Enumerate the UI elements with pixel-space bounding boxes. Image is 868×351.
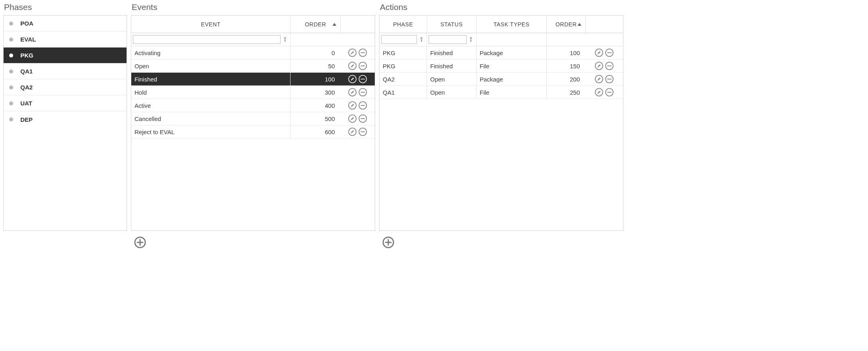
action-order-cell: 250 [546, 86, 585, 99]
phase-item[interactable]: UAT [4, 95, 127, 111]
remove-icon[interactable] [605, 61, 614, 71]
actions-header-types[interactable]: TASK TYPES [476, 16, 546, 33]
phase-label: DEP [20, 116, 33, 123]
events-header-order-label: ORDER [305, 21, 326, 28]
event-row[interactable]: Hold300 [131, 86, 375, 99]
event-row[interactable]: Active400 [131, 99, 375, 112]
action-row[interactable]: PKGFinishedPackage100 [380, 46, 623, 59]
event-actions-cell [340, 125, 375, 138]
events-add-button[interactable] [133, 236, 147, 249]
actions-title: Actions [380, 2, 623, 12]
edit-icon[interactable] [594, 48, 604, 58]
remove-icon[interactable] [358, 61, 368, 71]
event-order-cell: 50 [290, 59, 340, 72]
phase-label: PKG [20, 52, 34, 59]
filter-icon[interactable] [281, 36, 289, 44]
phase-item[interactable]: EVAL [4, 32, 127, 48]
event-order-cell: 400 [290, 99, 340, 112]
phase-label: POA [20, 20, 34, 27]
remove-icon[interactable] [358, 114, 368, 123]
event-row[interactable]: Reject to EVAL600 [131, 125, 375, 139]
event-order-cell: 0 [290, 46, 340, 59]
action-status-cell: Finished [427, 46, 476, 59]
events-filter-event-input[interactable] [133, 35, 281, 44]
actions-filter-row [380, 33, 623, 46]
events-filter-row [131, 33, 375, 46]
action-actions-cell [585, 46, 623, 59]
actions-header-status[interactable]: STATUS [427, 16, 476, 33]
action-row[interactable]: QA1OpenFile250 [380, 86, 623, 99]
event-name-cell: Activating [131, 46, 290, 59]
event-actions-cell [340, 73, 375, 85]
action-phase-cell: QA2 [380, 73, 427, 85]
actions-header-order[interactable]: ORDER [546, 16, 585, 33]
events-header-order[interactable]: ORDER [290, 16, 340, 33]
edit-icon[interactable] [348, 48, 357, 58]
remove-icon[interactable] [358, 74, 368, 84]
phase-item[interactable]: PKG [4, 48, 127, 63]
remove-icon[interactable] [358, 87, 368, 97]
event-order-cell: 600 [290, 125, 340, 138]
edit-icon[interactable] [348, 114, 357, 123]
action-row[interactable]: PKGFinishedFile150 [380, 59, 623, 73]
edit-icon[interactable] [348, 61, 357, 71]
events-section: Events EVENT ORDER [131, 2, 375, 250]
actions-section: Actions PHASE STATUS TASK TYPES ORDER [379, 2, 623, 250]
edit-icon[interactable] [348, 101, 357, 110]
phase-label: QA2 [20, 84, 33, 91]
edit-icon[interactable] [348, 127, 357, 137]
event-row[interactable]: Activating0 [131, 46, 375, 59]
edit-icon[interactable] [594, 87, 604, 97]
remove-icon[interactable] [605, 48, 614, 58]
action-types-cell: File [476, 59, 546, 72]
phase-item[interactable]: QA1 [4, 63, 127, 79]
event-row[interactable]: Open50 [131, 59, 375, 73]
event-actions-cell [340, 59, 375, 72]
actions-filter-phase-input[interactable] [381, 35, 417, 44]
actions-add-button[interactable] [382, 236, 395, 249]
event-actions-cell [340, 86, 375, 99]
event-order-cell: 300 [290, 86, 340, 99]
edit-icon[interactable] [348, 87, 357, 97]
status-dot-icon [9, 101, 13, 105]
remove-icon[interactable] [605, 74, 614, 84]
actions-header-actions [585, 16, 623, 33]
remove-icon[interactable] [358, 127, 368, 137]
event-row[interactable]: Finished100 [131, 73, 375, 86]
status-dot-icon [9, 85, 13, 89]
event-name-cell: Active [131, 99, 290, 112]
phase-item[interactable]: QA2 [4, 79, 127, 95]
action-types-cell: File [476, 86, 546, 99]
filter-icon[interactable] [418, 36, 425, 44]
events-header-event[interactable]: EVENT [131, 16, 290, 33]
remove-icon[interactable] [605, 87, 614, 97]
action-phase-cell: QA1 [380, 86, 427, 99]
actions-filter-status-input[interactable] [429, 35, 467, 44]
action-order-cell: 100 [546, 46, 585, 59]
action-phase-cell: PKG [380, 46, 427, 59]
event-name-cell: Hold [131, 86, 290, 99]
edit-icon[interactable] [594, 61, 604, 71]
phase-label: QA1 [20, 68, 33, 75]
phase-item[interactable]: POA [4, 16, 127, 32]
action-status-cell: Open [427, 73, 476, 85]
action-row[interactable]: QA2OpenPackage200 [380, 73, 623, 86]
phases-title: Phases [4, 2, 127, 12]
event-order-cell: 500 [290, 112, 340, 125]
actions-header-phase[interactable]: PHASE [380, 16, 427, 33]
edit-icon[interactable] [348, 74, 357, 84]
remove-icon[interactable] [358, 101, 368, 110]
event-name-cell: Open [131, 59, 290, 72]
filter-icon[interactable] [467, 36, 475, 44]
action-actions-cell [585, 73, 623, 85]
phase-label: UAT [20, 100, 32, 107]
actions-header-row: PHASE STATUS TASK TYPES ORDER [380, 16, 623, 33]
phase-item[interactable]: DEP [4, 111, 127, 127]
remove-icon[interactable] [358, 48, 368, 58]
phase-label: EVAL [20, 36, 36, 43]
edit-icon[interactable] [594, 74, 604, 84]
event-row[interactable]: Cancelled500 [131, 112, 375, 125]
action-types-cell: Package [476, 73, 546, 85]
event-actions-cell [340, 46, 375, 59]
event-name-cell: Cancelled [131, 112, 290, 125]
